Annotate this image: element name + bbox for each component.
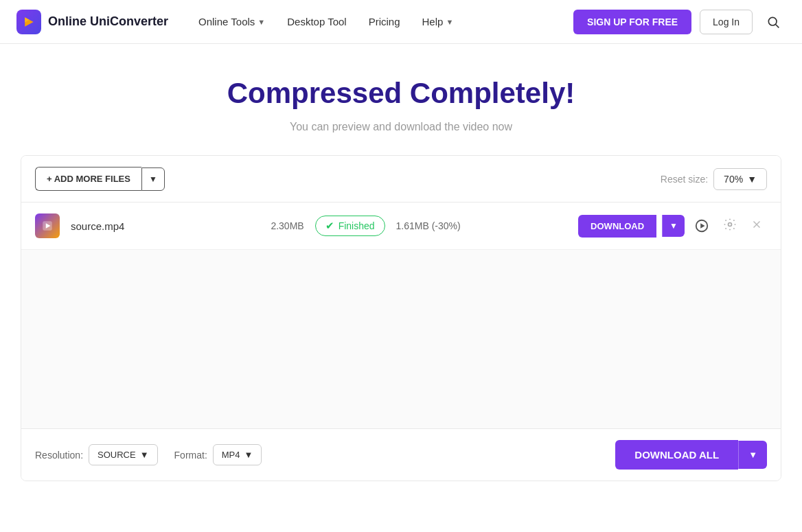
status-badge: ✔ Finished — [315, 216, 385, 236]
nav-desktop-tool[interactable]: Desktop Tool — [279, 10, 354, 33]
signup-button[interactable]: SIGN UP FOR FREE — [573, 10, 691, 34]
file-panel: + ADD MORE FILES ▼ Reset size: 70% ▼ — [21, 155, 781, 481]
logo-icon — [16, 10, 41, 34]
format-dropdown[interactable]: MP4 ▼ — [213, 444, 262, 465]
resolution-label: Resolution: — [35, 450, 83, 461]
chevron-down-icon: ▼ — [446, 18, 453, 26]
format-label: Format: — [174, 450, 207, 461]
nav-pricing[interactable]: Pricing — [360, 10, 409, 33]
resolution-field: Resolution: SOURCE ▼ — [35, 444, 158, 465]
chevron-down-icon: ▼ — [149, 174, 157, 184]
video-file-icon — [41, 220, 54, 232]
search-icon — [766, 15, 780, 29]
close-button[interactable] — [746, 214, 767, 238]
nav-links: Online Tools ▼ Desktop Tool Pricing Help… — [190, 10, 573, 33]
search-button[interactable] — [761, 10, 786, 34]
brand-name: Online UniConverter — [48, 14, 168, 29]
add-files-button[interactable]: + ADD MORE FILES — [35, 167, 141, 191]
settings-button[interactable] — [719, 213, 741, 238]
reset-size-value: 70% — [724, 174, 743, 185]
hero-title: Compressed Completely! — [16, 77, 786, 110]
resolution-dropdown[interactable]: SOURCE ▼ — [89, 444, 158, 465]
hero-subtitle: You can preview and download the video n… — [16, 121, 786, 133]
download-all-group: DOWNLOAD ALL ▼ — [615, 440, 767, 470]
hero-section: Compressed Completely! You can preview a… — [0, 44, 802, 155]
file-size-original: 2.30MB — [271, 220, 303, 231]
format-value: MP4 — [222, 450, 240, 460]
chevron-down-icon: ▼ — [244, 450, 253, 460]
reset-size-label: Reset size: — [661, 174, 708, 185]
nav-online-tools[interactable]: Online Tools ▼ — [190, 10, 273, 33]
chevron-down-icon: ▼ — [140, 450, 149, 460]
preview-button[interactable] — [690, 214, 713, 238]
add-files-dropdown-button[interactable]: ▼ — [141, 167, 165, 191]
svg-line-3 — [776, 24, 779, 27]
main-content: + ADD MORE FILES ▼ Reset size: 70% ▼ — [10, 155, 792, 503]
gear-icon — [723, 218, 737, 231]
svg-marker-7 — [700, 223, 704, 228]
empty-drop-area — [21, 250, 781, 428]
chevron-down-icon: ▼ — [669, 221, 678, 231]
close-icon — [751, 218, 763, 231]
download-button[interactable]: DOWNLOAD — [578, 215, 656, 238]
download-all-button[interactable]: DOWNLOAD ALL — [615, 440, 738, 470]
nav-help[interactable]: Help ▼ — [414, 10, 462, 33]
reset-size-group: Reset size: 70% ▼ — [661, 168, 767, 190]
logo[interactable]: Online UniConverter — [16, 10, 168, 34]
bottom-bar: Resolution: SOURCE ▼ Format: MP4 ▼ DOWNL… — [21, 428, 781, 481]
chevron-down-icon: ▼ — [748, 450, 757, 460]
resolution-value: SOURCE — [98, 450, 136, 460]
play-circle-icon — [694, 218, 709, 233]
check-icon: ✔ — [325, 220, 334, 232]
download-dropdown-button[interactable]: ▼ — [662, 215, 685, 237]
chevron-down-icon: ▼ — [747, 174, 757, 185]
chevron-down-icon: ▼ — [257, 18, 265, 26]
file-size-new: 1.61MB (-30%) — [396, 220, 461, 231]
download-all-dropdown-button[interactable]: ▼ — [738, 441, 767, 469]
navbar: Online UniConverter Online Tools ▼ Deskt… — [0, 0, 802, 44]
file-row: source.mp4 2.30MB ✔ Finished 1.61MB (-30… — [21, 203, 781, 250]
bottom-bar-left: Resolution: SOURCE ▼ Format: MP4 ▼ — [35, 444, 599, 465]
file-name: source.mp4 — [71, 220, 153, 232]
add-files-group: + ADD MORE FILES ▼ — [35, 167, 165, 191]
svg-point-2 — [768, 17, 777, 25]
file-icon — [35, 213, 60, 238]
status-label: Finished — [339, 220, 375, 231]
svg-point-8 — [729, 223, 732, 227]
file-actions: DOWNLOAD ▼ — [578, 213, 767, 238]
login-button[interactable]: Log In — [700, 10, 753, 34]
reset-size-dropdown[interactable]: 70% ▼ — [713, 168, 767, 190]
toolbar: + ADD MORE FILES ▼ Reset size: 70% ▼ — [21, 156, 781, 203]
navbar-actions: SIGN UP FOR FREE Log In — [573, 10, 786, 34]
format-field: Format: MP4 ▼ — [174, 444, 262, 465]
